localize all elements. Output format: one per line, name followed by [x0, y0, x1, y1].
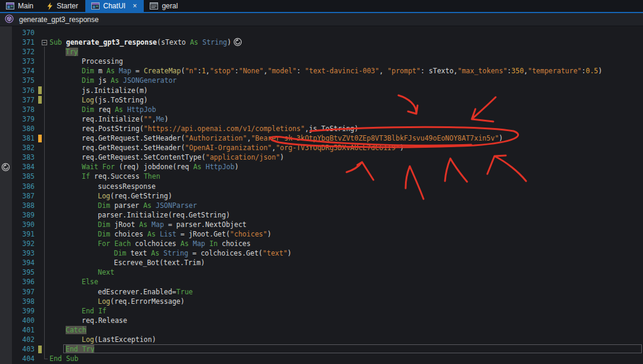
code-line-397[interactable]: 397edEscrever.Enabled=True	[0, 287, 643, 297]
code-line-377[interactable]: 377Log(js.ToString)	[0, 95, 643, 105]
line-number: 397	[0, 287, 35, 297]
line-number: 390	[0, 220, 35, 229]
code-text: Dim choices As List = jRoot.Get("choices…	[42, 229, 271, 239]
line-number: 389	[0, 210, 35, 220]
code-text: Else	[42, 277, 98, 287]
code-text: Log(LastException)	[42, 335, 156, 344]
saved-change-marker	[38, 346, 42, 353]
window-icon	[91, 2, 100, 10]
code-text: If req.Success Then	[42, 172, 160, 181]
code-line-394[interactable]: 394Escreve_Bot(text.Trim)	[0, 258, 643, 267]
code-line-376[interactable]: 376js.Initialize(m)	[0, 86, 643, 95]
code-line-391[interactable]: 391Dim choices As List = jRoot.Get("choi…	[0, 229, 643, 239]
code-text: Try	[42, 47, 78, 57]
code-line-374[interactable]: 374Dim m As Map = CreateMap("n":1,"stop"…	[0, 66, 643, 76]
code-line-385[interactable]: 385If req.Success Then	[0, 172, 643, 181]
line-number: 404	[0, 354, 35, 363]
code-line-402[interactable]: 402Log(LastException)	[0, 335, 643, 344]
code-text: req.Initialize("",Me)	[42, 114, 168, 124]
tab-strip: MainStarterChatUI×geral	[0, 0, 643, 12]
code-text: req.GetRequest.SetHeader("Authorization"…	[42, 133, 503, 143]
code-editor[interactable]: 370371−Sub generate_gpt3_response(sTexto…	[0, 26, 643, 364]
current-statement-outline	[63, 344, 642, 353]
tab-main[interactable]: Main	[0, 0, 41, 12]
line-number: 396	[0, 277, 35, 287]
code-line-373[interactable]: 373Processing	[0, 57, 643, 66]
code-line-386[interactable]: 386sucessResponse	[0, 182, 643, 191]
line-number: 374	[0, 66, 35, 76]
code-line-381[interactable]: 381req.GetRequest.SetHeader("Authorizati…	[0, 133, 643, 143]
code-line-390[interactable]: 390Dim jRoot As Map = parser.NextObject	[0, 220, 643, 229]
code-line-383[interactable]: 383req.GetRequest.SetContentType("applic…	[0, 153, 643, 162]
code-line-372[interactable]: 372Try	[0, 47, 643, 57]
code-line-389[interactable]: 389parser.Initialize(req.GetString)	[0, 210, 643, 220]
code-text: Dim text As String = colchoices.Get("tex…	[42, 248, 292, 258]
code-text: parser.Initialize(req.GetString)	[42, 210, 230, 220]
code-line-375[interactable]: 375Dim js As JSONGenerator	[0, 76, 643, 85]
code-text: Dim parser As JSONParser	[42, 201, 197, 210]
line-number: 403	[0, 344, 35, 354]
code-line-387[interactable]: 387Log(req.GetString)	[0, 191, 643, 201]
code-text: req.GetRequest.SetContentType("applicati…	[42, 153, 284, 162]
line-number: 400	[0, 316, 35, 325]
code-line-370[interactable]: 370	[0, 28, 643, 38]
code-text: Dim m As Map = CreateMap("n":1,"stop":"N…	[42, 66, 602, 76]
line-number: 402	[0, 335, 35, 344]
indent-guide-vertical	[44, 46, 45, 359]
code-text: End Try	[42, 344, 94, 354]
tab-starter[interactable]: Starter	[41, 0, 85, 12]
code-text: Log(js.ToString)	[42, 95, 148, 105]
line-number: 373	[0, 57, 35, 66]
code-line-403[interactable]: 403End Try	[0, 344, 643, 354]
code-line-392[interactable]: 392For Each colchoices As Map In choices	[0, 239, 643, 248]
window-icon	[6, 2, 14, 10]
code-text: End If	[42, 306, 107, 316]
line-number: 387	[0, 191, 35, 201]
code-text: Dim jRoot As Map = parser.NextObject	[42, 220, 246, 229]
tab-chatui[interactable]: ChatUI×	[85, 0, 144, 12]
line-number: 391	[0, 229, 35, 239]
code-line-404[interactable]: 404End Sub	[0, 354, 643, 363]
code-line-388[interactable]: 388Dim parser As JSONParser	[0, 201, 643, 210]
line-number: 398	[0, 297, 35, 306]
code-text: sucessResponse	[42, 182, 156, 191]
line-number: 399	[0, 306, 35, 316]
code-text: Log(req.ErrorMessage)	[42, 297, 184, 306]
code-line-395[interactable]: 395Next	[0, 267, 643, 277]
unsaved-change-marker	[38, 135, 42, 142]
code-text: Processing	[42, 57, 123, 66]
code-lines: 370371−Sub generate_gpt3_response(sTexto…	[0, 28, 643, 363]
breadcrumb[interactable]: generate_gpt3_response	[0, 13, 643, 26]
line-number: 395	[0, 267, 35, 277]
line-number: 380	[0, 124, 35, 133]
close-tab-icon[interactable]: ×	[132, 2, 137, 10]
code-text: edEscrever.Enabled=True	[42, 287, 193, 297]
code-line-398[interactable]: 398Log(req.ErrorMessage)	[0, 297, 643, 306]
tab-geral[interactable]: geral	[144, 0, 185, 12]
line-number: 393	[0, 248, 35, 258]
line-number: 381	[0, 133, 35, 143]
line-number: 377	[0, 95, 35, 105]
code-line-371[interactable]: 371−Sub generate_gpt3_response(sTexto As…	[0, 38, 643, 47]
code-line-401[interactable]: 401Catch	[0, 325, 643, 335]
code-line-378[interactable]: 378Dim req As HttpJob	[0, 105, 643, 114]
code-line-379[interactable]: 379req.Initialize("",Me)	[0, 114, 643, 124]
line-number: 371	[0, 38, 35, 47]
code-line-393[interactable]: 393Dim text As String = colchoices.Get("…	[0, 248, 643, 258]
code-line-400[interactable]: 400req.Release	[0, 316, 643, 325]
collapse-region-toggle[interactable]: −	[42, 40, 47, 45]
code-text: req.Release	[42, 316, 127, 325]
code-line-399[interactable]: 399End If	[0, 306, 643, 316]
line-number: 385	[0, 172, 35, 181]
line-number: 401	[0, 325, 35, 335]
code-line-380[interactable]: 380req.PostString("https://api.openai.co…	[0, 124, 643, 133]
code-line-382[interactable]: 382req.GetRequest.SetHeader("OpenAI-Orga…	[0, 143, 643, 153]
code-line-384[interactable]: 384Wait For (req) jobdone(req As HttpJob…	[0, 162, 643, 172]
code-line-396[interactable]: 396Else	[0, 277, 643, 287]
code-text: For Each colchoices As Map In choices	[42, 239, 251, 248]
indent-guide-foot	[44, 359, 48, 359]
line-number: 388	[0, 201, 35, 210]
code-text: Log(req.GetString)	[42, 191, 172, 201]
code-text: Dim js As JSONGenerator	[42, 76, 177, 85]
code-text: Wait For (req) jobdone(req As HttpJob)	[42, 162, 239, 172]
